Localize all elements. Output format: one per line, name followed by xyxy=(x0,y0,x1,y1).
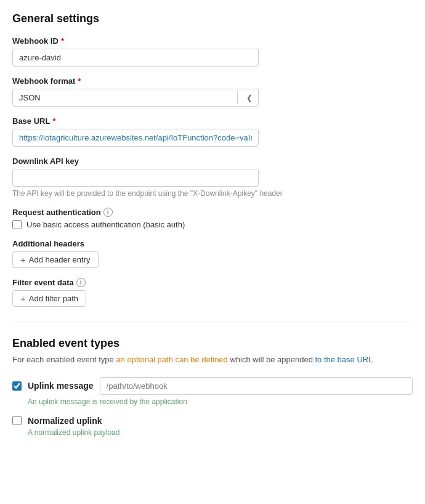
request-auth-checkbox-label: Use basic access authentication (basic a… xyxy=(26,220,185,229)
add-header-plus-icon: + xyxy=(20,255,26,264)
event-type-uplink-header: Uplink message xyxy=(12,377,413,395)
select-divider xyxy=(237,91,238,104)
event-type-normalized-uplink: Normalized uplink A normalized uplink pa… xyxy=(12,416,413,437)
filter-event-data-group: Filter event data i + Add filter path xyxy=(12,278,413,307)
webhook-id-group: Webhook ID * xyxy=(12,36,413,67)
downlink-api-key-label: Downlink API key xyxy=(12,156,413,166)
webhook-id-label: Webhook ID * xyxy=(12,36,413,46)
request-auth-label: Request authentication i xyxy=(12,208,413,217)
request-auth-checkbox[interactable] xyxy=(12,220,22,229)
filter-event-data-info-icon: i xyxy=(76,278,86,287)
webhook-format-required: * xyxy=(78,76,81,86)
enabled-desc-orange: an optional path can be defined xyxy=(116,355,227,364)
normalized-uplink-checkbox[interactable] xyxy=(12,416,22,425)
enabled-desc-part2: which will be appended xyxy=(228,355,315,364)
webhook-id-required: * xyxy=(61,36,64,46)
additional-headers-group: Additional headers + Add header entry xyxy=(12,239,413,268)
filter-event-data-label: Filter event data i xyxy=(12,278,413,287)
add-filter-path-button[interactable]: + Add filter path xyxy=(12,290,86,307)
enabled-event-types-title: Enabled event types xyxy=(12,337,413,350)
base-url-group: Base URL * xyxy=(12,116,413,147)
uplink-message-label: Uplink message xyxy=(28,381,94,391)
downlink-api-key-input[interactable] xyxy=(12,169,259,187)
webhook-format-select-wrapper: JSON Protocol Buffers ❮ xyxy=(12,89,259,107)
webhook-format-select[interactable]: JSON Protocol Buffers xyxy=(12,89,259,107)
webhook-format-label: Webhook format * xyxy=(12,76,413,86)
page-title: General settings xyxy=(12,12,413,25)
enabled-desc-blue: to the base URL xyxy=(315,355,373,364)
add-filter-label: Add filter path xyxy=(29,294,78,303)
uplink-message-checkbox[interactable] xyxy=(12,381,22,391)
base-url-required: * xyxy=(52,116,55,126)
request-auth-group: Request authentication i Use basic acces… xyxy=(12,208,413,229)
add-header-button[interactable]: + Add header entry xyxy=(12,251,99,268)
webhook-id-input[interactable] xyxy=(12,49,259,67)
event-type-normalized-header: Normalized uplink xyxy=(12,416,413,426)
normalized-uplink-label: Normalized uplink xyxy=(28,416,102,426)
request-auth-info-icon: i xyxy=(103,208,113,217)
add-header-label: Add header entry xyxy=(29,255,91,264)
normalized-uplink-helper: A normalized uplink payload xyxy=(12,428,413,437)
base-url-label: Base URL * xyxy=(12,116,413,126)
uplink-message-path-input[interactable] xyxy=(100,377,413,395)
enabled-description: For each enabled event type an optional … xyxy=(12,354,413,366)
downlink-api-key-helper: The API key will be provided to the endp… xyxy=(12,189,413,198)
section-divider xyxy=(12,322,413,322)
webhook-format-group: Webhook format * JSON Protocol Buffers ❮ xyxy=(12,76,413,107)
request-auth-checkbox-row: Use basic access authentication (basic a… xyxy=(12,220,413,229)
additional-headers-label: Additional headers xyxy=(12,239,413,248)
event-type-uplink-message: Uplink message An uplink message is rece… xyxy=(12,377,413,406)
uplink-message-helper: An uplink message is received by the app… xyxy=(12,397,413,406)
add-filter-plus-icon: + xyxy=(20,294,26,303)
downlink-api-key-group: Downlink API key The API key will be pro… xyxy=(12,156,413,198)
enabled-desc-part1: For each enabled event type xyxy=(12,355,116,364)
base-url-input[interactable] xyxy=(12,129,259,147)
